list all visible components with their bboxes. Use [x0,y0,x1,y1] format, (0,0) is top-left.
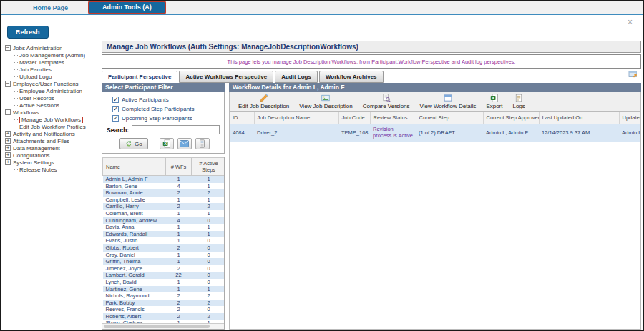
cell: 2 [166,203,192,210]
col-header-name[interactable]: Name [103,158,166,176]
expand-icon[interactable] [5,159,11,165]
email-button[interactable] [177,138,192,149]
cell: 1 [192,224,225,231]
participant-row[interactable]: Roberts, Albert22 [103,313,225,320]
sidebar-item-system-settings[interactable]: System Settings [5,159,102,166]
participant-row[interactable]: Lynch, David10 [103,279,225,286]
close-icon[interactable]: × [628,18,633,26]
participant-row[interactable]: Gray, Daniel10 [103,252,225,259]
col-header-last-updated-on[interactable]: Last Updated On [539,112,619,124]
top-tab-bar: Home Page Admin Tools (A) [1,1,643,15]
cell: 1 [166,176,192,183]
sidebar-item-employee-administration[interactable]: Employee Administration [5,87,102,94]
checkbox-completed-step-participants[interactable]: Completed Step Participants [107,106,220,112]
participant-row[interactable]: Lambert, Gerald220 [103,272,225,279]
col-header-review-status[interactable]: Review Status [370,112,416,124]
sidebar-item-workflows[interactable]: Workflows [5,109,102,116]
tab-workflow-archives[interactable]: Workflow Archives [319,71,384,83]
participant-row[interactable]: Cunningham, Andrew40 [103,217,225,224]
expand-icon[interactable] [5,152,11,158]
filter-panel-title: Select Participant Filter [102,83,225,92]
sidebar-item-jobs-administration[interactable]: Jobs Administration [5,44,102,51]
col-header-current-step-approver[interactable]: Current Step Approver [483,112,539,124]
sidebar-item-employee-user-functions[interactable]: Employee/User Functions [5,80,102,87]
print-button[interactable] [195,138,210,149]
checkbox-upcoming-step-participants[interactable]: Upcoming Step Participants [107,115,220,122]
go-button[interactable]: Go [119,138,148,149]
cell-id: 4084 [230,124,254,142]
sidebar-item-master-templates[interactable]: Master Templates [5,59,102,66]
logs-button[interactable]: Logs [513,94,525,109]
checkbox-active-participants[interactable]: Active Participants [107,97,220,103]
expand-icon[interactable] [5,145,11,151]
sidebar-item-active-sessions[interactable]: Active Sessions [5,102,102,109]
participant-row[interactable]: Martinez, Gene11 [103,286,225,293]
collapse-icon[interactable] [5,81,11,87]
view-job-description-button[interactable]: View Job Description [299,94,353,109]
sidebar-item-job-families[interactable]: Job Families [5,66,102,73]
sidebar-item-edit-job-workflow-profiles[interactable]: Edit Job Workflow Profiles [5,123,102,130]
participant-row[interactable]: Barton, Gene41 [103,183,225,190]
sidebar-item-release-notes[interactable]: Release Notes [5,166,102,173]
checkbox-icon[interactable] [112,106,119,112]
compare-versions-button[interactable]: Compare Versions [363,94,410,109]
participant-row[interactable]: Admin L, Admin F11 [103,176,225,183]
participant-row[interactable]: Park, Bobby22 [103,300,225,307]
horizontal-scrollbar[interactable] [102,323,224,329]
participant-row[interactable]: Campbell, Leslie11 [103,197,225,204]
edit-job-description-button[interactable]: Edit Job Description [238,94,289,109]
collapse-icon[interactable] [5,45,11,51]
sidebar-item-configurations[interactable]: Configurations [5,152,102,159]
expand-icon[interactable] [5,138,11,144]
col-header-active-steps[interactable]: # Active Steps [192,158,225,176]
tab-audit-logs[interactable]: Audit Logs [275,71,318,83]
col-header-id[interactable]: ID [230,112,254,124]
tab-home-page[interactable]: Home Page [23,3,78,13]
col-header-job-code[interactable]: Job Code [338,112,370,124]
collapse-icon[interactable] [5,109,11,115]
sidebar-item-job-management[interactable]: Job Management (Admin) [5,51,102,59]
participant-row[interactable]: Evans, Justin10 [103,237,225,244]
tab-participant-perspective[interactable]: Participant Perspective [102,71,177,83]
cell: 1 [192,197,225,204]
participant-row[interactable]: Reeves, Francis20 [103,306,225,313]
sidebar-item-user-records[interactable]: User Records [5,94,102,102]
workflow-row[interactable]: 4084 Driver_2 TEMP_108 Revision process … [230,124,640,142]
tab-active-workflows-perspective[interactable]: Active Workflows Perspective [179,71,273,83]
refresh-button[interactable]: Refresh [7,26,49,39]
participant-row[interactable]: Nichols, Raymond22 [103,292,225,300]
export-excel-button[interactable]: X [160,138,174,149]
col-header-job-description-name[interactable]: Job Description Name [254,112,338,124]
sidebar-item-attachments-and-files[interactable]: Attachments and Files [5,137,102,144]
col-header-wfs[interactable]: # WFs [166,158,192,176]
participant-row[interactable]: Griffin, Thelma10 [103,258,225,265]
view-workflow-details-button[interactable]: View Workflow Details [420,94,477,109]
col-header-current-step[interactable]: Current Step [416,112,483,124]
checkbox-icon[interactable] [112,97,119,103]
tab-admin-tools[interactable]: Admin Tools (A) [88,1,166,14]
col-header-updated-by[interactable]: Updated [619,112,640,124]
cell: Carrillo, Harry [103,203,166,210]
participant-row[interactable]: Bowman, Annie22 [103,189,225,197]
export-button[interactable]: X Export [486,94,502,109]
sidebar-item-activity-and-notifications[interactable]: Activity and Notifications [5,130,102,137]
expand-icon[interactable] [5,131,11,137]
checkbox-icon[interactable] [112,115,119,122]
participant-row[interactable]: Gibbs, Robert20 [103,244,225,252]
scrollbar-thumb[interactable] [104,325,210,328]
cell: 1 [166,231,192,238]
participant-row[interactable]: Edwards, Randall11 [103,231,225,238]
cell: 0 [192,217,225,224]
popout-window-icon[interactable] [628,69,638,81]
cell: 2 [166,244,192,252]
search-input[interactable] [132,125,220,134]
cell: Gray, Daniel [103,252,166,259]
participant-row[interactable]: Carrillo, Harry22 [103,203,225,210]
sidebar-item-upload-logo[interactable]: Upload Logo [5,73,102,80]
sidebar-item-manage-job-workflows[interactable]: Manage Job Workflows [5,116,102,123]
participant-row[interactable]: Jimenez, Joyce20 [103,265,225,272]
cell: 1 [166,258,192,265]
participant-row[interactable]: Davis, Anna11 [103,224,225,231]
sidebar-item-data-management[interactable]: Data Management [5,144,102,152]
participant-row[interactable]: Coleman, Brent11 [103,210,225,217]
